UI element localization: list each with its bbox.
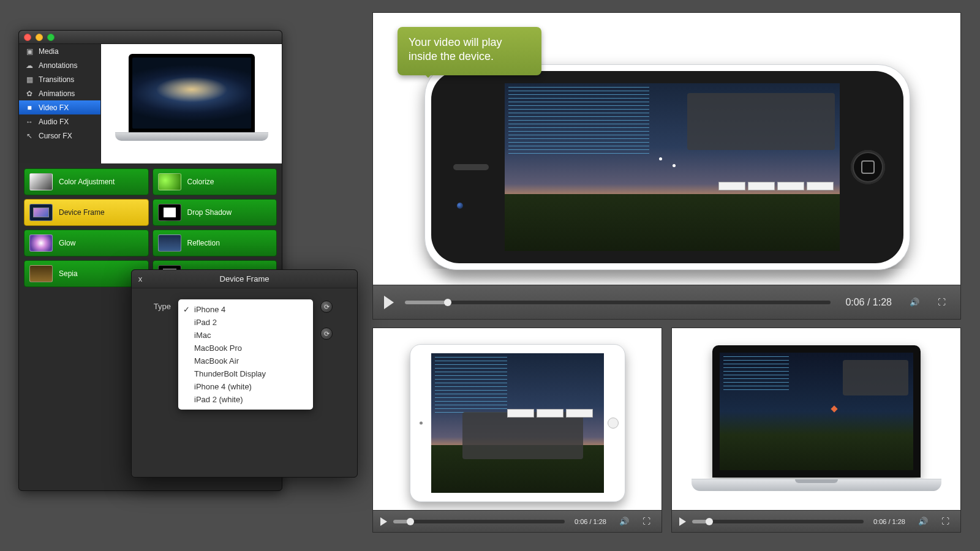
play-button[interactable] (384, 296, 394, 309)
fx-label: Colorize (187, 178, 214, 186)
traffic-close-icon[interactable] (24, 34, 31, 41)
main-playbar: 0:06 / 1:28 🔊 ⛶ (373, 285, 960, 319)
video-fx-icon: ■ (25, 103, 34, 112)
scrubber[interactable] (405, 301, 831, 304)
fx-sepia[interactable]: Sepia (24, 260, 149, 287)
video-canvas (672, 328, 960, 510)
window-titlebar[interactable] (19, 31, 282, 44)
scrubber-handle[interactable] (444, 299, 451, 306)
sidebar-item-label: Media (39, 47, 59, 56)
dropdown-option[interactable]: iPad 2 (178, 316, 313, 329)
popover-title: Device Frame (132, 274, 357, 283)
iphone-camera-icon (457, 203, 463, 209)
macbook-preview-image (115, 50, 268, 148)
type-field-label: Type (144, 299, 171, 311)
callout-text: Your video will play inside the device. (409, 36, 502, 62)
volume-icon[interactable]: 🔊 (915, 514, 931, 530)
fx-device-frame[interactable]: Device Frame (24, 199, 149, 226)
fx-glow[interactable]: Glow (24, 230, 149, 257)
video-content (505, 83, 840, 251)
fullscreen-icon[interactable]: ⛶ (638, 514, 654, 530)
sidebar-item-label: Annotations (39, 61, 77, 70)
timecode-label: 0:06 / 1:28 (873, 518, 905, 525)
type-stepper-up[interactable]: ⟳ (320, 301, 333, 313)
iphone-home-button-icon (851, 150, 885, 184)
dropdown-option[interactable]: MacBook Pro (178, 342, 313, 354)
sidebar-item-annotations[interactable]: ☁ Annotations (19, 58, 100, 72)
iphone-device-frame (424, 64, 910, 270)
fx-drop-shadow[interactable]: Drop Shadow (153, 199, 277, 226)
traffic-zoom-icon[interactable] (47, 34, 55, 41)
play-button[interactable] (679, 517, 686, 526)
macbook-device-frame (692, 345, 941, 502)
fx-thumb-icon (29, 265, 53, 282)
timecode-label: 0:06 / 1:28 (845, 297, 892, 308)
dropdown-option[interactable]: iPhone 4 (white) (178, 380, 313, 393)
sidebar-item-audio-fx[interactable]: ↔ Audio FX (19, 114, 100, 129)
popover-close-button[interactable]: x (132, 274, 149, 283)
ipad-home-button-icon (608, 418, 619, 429)
timecode-label: 0:06 / 1:28 (575, 518, 606, 525)
fullscreen-icon[interactable]: ⛶ (937, 514, 953, 530)
ipad-camera-icon (420, 422, 423, 425)
sidebar-item-label: Video FX (39, 103, 69, 112)
fx-thumb-icon (29, 173, 53, 190)
device-type-dropdown[interactable]: iPhone 4 iPad 2 iMac MacBook Pro MacBook… (178, 299, 313, 410)
device-frame-popover: x Device Frame Type iPhone 4 iPad 2 iMac… (131, 269, 358, 478)
sidebar-item-label: Animations (39, 89, 75, 98)
scrubber-handle[interactable] (407, 518, 414, 525)
sidebar-item-label: Cursor FX (39, 132, 72, 140)
volume-icon[interactable]: 🔊 (616, 514, 632, 530)
sidebar-item-animations[interactable]: ✿ Animations (19, 86, 100, 100)
fx-thumb-icon (158, 173, 181, 190)
fx-label: Device Frame (59, 208, 105, 217)
dropdown-option[interactable]: ThunderBolt Display (178, 367, 313, 380)
macbook-base (692, 479, 941, 491)
fx-label: Color Adjustment (59, 178, 115, 186)
transitions-icon: ▦ (25, 75, 34, 84)
sidebar-item-label: Transitions (39, 75, 74, 84)
cursor-fx-icon: ↖ (25, 132, 34, 140)
fx-color-adjustment[interactable]: Color Adjustment (24, 168, 149, 195)
video-canvas (373, 328, 662, 510)
media-icon: ▣ (25, 47, 34, 56)
device-reflection (424, 269, 910, 285)
traffic-minimize-icon[interactable] (36, 34, 43, 41)
iphone-speaker-icon (453, 164, 489, 170)
ipad-preview: 0:06 / 1:28 🔊 ⛶ (372, 328, 662, 533)
fullscreen-icon[interactable]: ⛶ (933, 294, 949, 310)
audio-fx-icon: ↔ (25, 118, 34, 126)
fx-label: Drop Shadow (187, 208, 232, 217)
main-video-preview: Your video will play inside the device. … (372, 12, 961, 320)
play-button[interactable] (380, 517, 387, 526)
sidebar-item-media[interactable]: ▣ Media (19, 44, 100, 58)
video-content (720, 353, 913, 470)
fx-thumb-icon (158, 204, 181, 221)
scrubber[interactable] (393, 520, 565, 523)
video-canvas: Your video will play inside the device. (373, 13, 960, 285)
ipad-device-frame (410, 344, 625, 502)
effect-preview-pane (101, 44, 282, 163)
macbook-preview: 0:06 / 1:28 🔊 ⛶ (671, 328, 961, 533)
effects-sidebar: ▣ Media ☁ Annotations ▦ Transitions ✿ An… (19, 44, 101, 163)
fx-reflection[interactable]: Reflection (153, 230, 277, 257)
fx-thumb-icon (158, 234, 181, 252)
type-stepper-down[interactable]: ⟳ (320, 328, 333, 340)
dropdown-option[interactable]: iPhone 4 (178, 303, 313, 316)
dropdown-option[interactable]: iMac (178, 329, 313, 342)
tutorial-callout: Your video will play inside the device. (398, 27, 541, 75)
fx-label: Reflection (187, 239, 220, 247)
fx-label: Glow (59, 239, 75, 247)
scrubber[interactable] (692, 520, 864, 523)
sidebar-item-transitions[interactable]: ▦ Transitions (19, 72, 100, 86)
dropdown-option[interactable]: iPad 2 (white) (178, 393, 313, 406)
scrubber-handle[interactable] (706, 518, 713, 525)
volume-icon[interactable]: 🔊 (907, 294, 922, 310)
dropdown-option[interactable]: MacBook Air (178, 354, 313, 367)
fx-thumb-icon (29, 204, 53, 221)
sidebar-item-video-fx[interactable]: ■ Video FX (19, 100, 100, 114)
sidebar-item-cursor-fx[interactable]: ↖ Cursor FX (19, 129, 100, 143)
fx-thumb-icon (29, 234, 53, 252)
fx-colorize[interactable]: Colorize (153, 168, 277, 195)
small-playbar: 0:06 / 1:28 🔊 ⛶ (672, 510, 960, 532)
